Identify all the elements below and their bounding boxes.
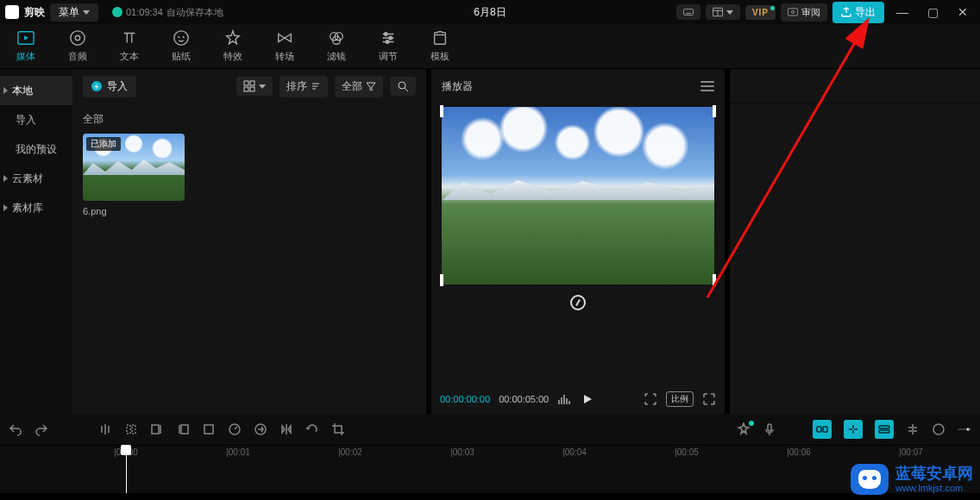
resize-handle-tr[interactable] <box>713 105 716 117</box>
app-logo-icon <box>5 5 19 19</box>
svg-rect-40 <box>768 424 771 431</box>
timeline-ruler[interactable]: |00:00 |00:01 |00:02 |00:03 |00:04 |00:0… <box>112 446 980 463</box>
tick-label: |00:05 <box>675 447 699 457</box>
tab-transition[interactable]: 转场 <box>259 29 311 63</box>
track-magnet-button[interactable] <box>813 420 832 439</box>
tick-label: |00:04 <box>562 447 587 457</box>
sidebar-item-presets[interactable]: 我的预设 <box>0 134 72 164</box>
timeline[interactable]: |00:00 |00:01 |00:02 |00:03 |00:04 |00:0… <box>0 445 980 493</box>
preview-image <box>442 107 714 284</box>
play-button[interactable] <box>581 393 594 405</box>
sidebar-item-import[interactable]: 导入 <box>0 105 72 134</box>
template-icon <box>431 29 449 47</box>
focus-frame-button[interactable] <box>644 392 657 406</box>
resize-handle-tl[interactable] <box>440 105 443 117</box>
player-menu-button[interactable] <box>700 81 714 91</box>
close-button[interactable]: ✕ <box>951 5 975 19</box>
svg-point-21 <box>386 41 389 44</box>
resize-handle-br[interactable] <box>713 274 716 286</box>
svg-point-45 <box>933 424 944 434</box>
ai-enhance-button[interactable] <box>737 422 751 436</box>
svg-rect-26 <box>250 87 254 91</box>
speed-button[interactable] <box>228 422 242 436</box>
review-button[interactable]: 审阅 <box>781 3 827 22</box>
record-audio-button[interactable] <box>763 422 776 436</box>
fullscreen-button[interactable] <box>702 392 716 406</box>
vip-badge[interactable]: VIP <box>745 5 776 20</box>
player-title: 播放器 <box>442 79 473 94</box>
review-icon <box>788 7 798 17</box>
watermark: 蓝莓安卓网 www.lmkjst.com <box>851 464 973 495</box>
titlebar: 剪映 菜单 01:09:34 自动保存本地 6月8日 VIP 审阅 导出 — ▢… <box>0 0 980 24</box>
sidebar-item-local[interactable]: 本地 <box>0 76 72 105</box>
tab-template[interactable]: 模板 <box>414 29 466 63</box>
zoom-slider[interactable] <box>958 422 971 436</box>
link-tracks-button[interactable] <box>875 420 894 439</box>
search-button[interactable] <box>390 77 416 96</box>
media-item[interactable]: 已添加 6.png <box>83 134 185 216</box>
rotate-handle-icon[interactable] <box>570 295 586 310</box>
delete-button[interactable] <box>202 422 216 436</box>
aspect-ratio-button[interactable]: 比例 <box>666 391 694 407</box>
tab-audio[interactable]: 音频 <box>52 29 104 63</box>
svg-rect-43 <box>879 426 889 428</box>
reverse-button[interactable] <box>254 422 267 436</box>
svg-rect-36 <box>181 425 188 434</box>
mirror-button[interactable] <box>280 422 293 436</box>
menu-dropdown[interactable]: 菜单 <box>50 3 98 22</box>
sidebar-item-cloud[interactable]: 云素材 <box>0 164 72 193</box>
auto-snap-button[interactable] <box>844 420 863 439</box>
duration-time: 00:00:05:00 <box>499 394 549 404</box>
svg-point-27 <box>399 82 405 89</box>
watermark-logo-icon <box>851 464 889 495</box>
properties-header <box>730 69 980 103</box>
funnel-icon <box>366 81 376 91</box>
project-title[interactable]: 6月8日 <box>474 5 506 20</box>
resize-handle-bl[interactable] <box>440 274 443 286</box>
select-mode-button[interactable] <box>124 422 138 436</box>
tab-label: 媒体 <box>16 50 35 63</box>
sort-dropdown[interactable]: 排序 <box>280 76 328 97</box>
svg-rect-0 <box>683 9 693 16</box>
keyboard-shortcut-button[interactable] <box>676 4 700 20</box>
media-thumbnail[interactable]: 已添加 <box>83 134 185 201</box>
export-button[interactable]: 导出 <box>832 2 884 23</box>
tab-effect[interactable]: 特效 <box>207 29 259 63</box>
tab-sticker[interactable]: 贴纸 <box>155 29 207 63</box>
search-icon <box>397 80 409 92</box>
preview-quality-button[interactable] <box>932 422 945 436</box>
undo-button[interactable] <box>9 422 22 436</box>
tab-label: 文本 <box>120 50 139 63</box>
view-mode-dropdown[interactable] <box>236 77 273 96</box>
review-label: 审阅 <box>801 6 820 19</box>
sidebar-item-label: 我的预设 <box>16 142 57 157</box>
tab-filter[interactable]: 滤镜 <box>311 29 362 63</box>
player-canvas[interactable] <box>442 107 714 284</box>
svg-rect-22 <box>435 34 446 44</box>
svg-point-20 <box>389 36 393 40</box>
sidebar-item-library[interactable]: 素材库 <box>0 193 72 222</box>
minimize-button[interactable]: — <box>889 5 915 19</box>
properties-pane <box>730 69 980 414</box>
tab-text[interactable]: 文本 <box>104 29 155 63</box>
filter-dropdown[interactable]: 全部 <box>335 76 383 97</box>
rotate-button[interactable] <box>305 422 319 436</box>
split-button[interactable] <box>98 422 112 436</box>
align-button[interactable] <box>906 422 920 436</box>
tab-media[interactable]: 媒体 <box>0 29 52 63</box>
sidebar-item-label: 导入 <box>16 113 36 128</box>
crop-button[interactable] <box>331 422 345 436</box>
tab-adjust[interactable]: 调节 <box>362 29 414 63</box>
svg-point-13 <box>71 31 85 45</box>
layout-dropdown[interactable] <box>706 4 740 20</box>
import-button[interactable]: + 导入 <box>83 76 136 97</box>
tab-label: 调节 <box>379 50 398 63</box>
cut-left-button[interactable] <box>150 422 164 436</box>
sort-icon <box>311 81 321 91</box>
cut-right-button[interactable] <box>176 422 190 436</box>
player-pane: 播放器 00:00:00:00 00:00:05:00 <box>431 69 725 414</box>
maximize-button[interactable]: ▢ <box>920 5 945 19</box>
playhead[interactable] <box>126 446 127 493</box>
media-toolbar: + 导入 排序 全部 <box>72 69 426 103</box>
redo-button[interactable] <box>35 422 48 436</box>
